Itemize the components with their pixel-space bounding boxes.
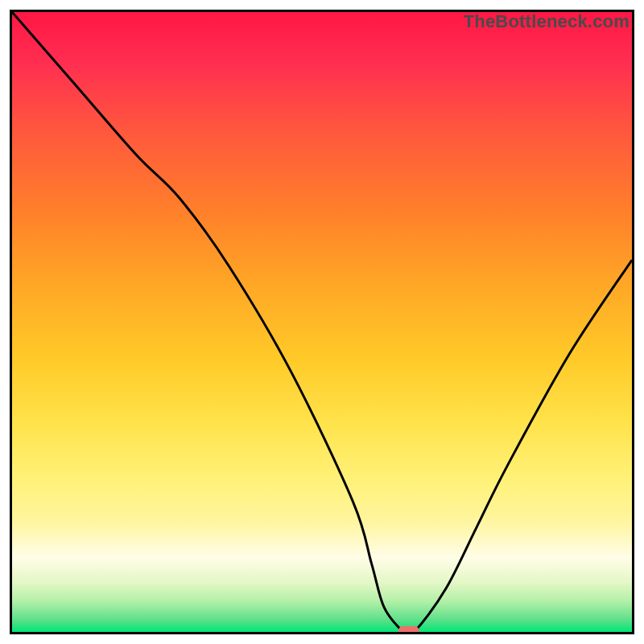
bottleneck-chart: TheBottleneck.com	[0, 0, 644, 644]
curve-layer	[12, 12, 632, 632]
plot-area	[10, 10, 634, 634]
optimum-marker	[398, 626, 419, 632]
attribution-label: TheBottleneck.com	[464, 11, 630, 32]
bottleneck-curve-path	[12, 12, 632, 632]
